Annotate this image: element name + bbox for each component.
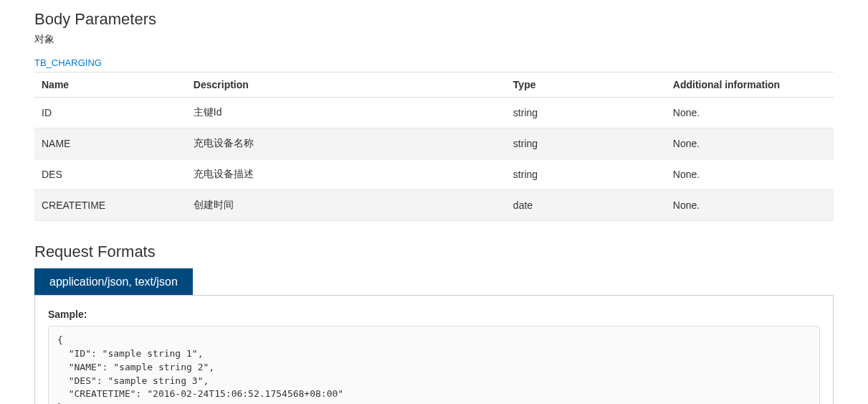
cell-type: string	[506, 128, 666, 159]
cell-description: 创建时间	[186, 190, 506, 221]
tab-panel: Sample: { "ID": "sample string 1", "NAME…	[34, 295, 834, 404]
sample-code: { "ID": "sample string 1", "NAME": "samp…	[48, 326, 820, 404]
table-row: NAME 充电设备名称 string None.	[34, 128, 834, 159]
cell-description: 主键Id	[186, 98, 506, 128]
cell-additional: None.	[666, 98, 834, 128]
cell-name: CREATETIME	[34, 190, 186, 221]
body-parameters-heading: Body Parameters	[34, 10, 834, 29]
col-name: Name	[34, 72, 186, 98]
cell-type: string	[506, 159, 666, 190]
cell-name: ID	[34, 98, 186, 128]
cell-description: 充电设备名称	[186, 128, 506, 159]
cell-type: date	[506, 190, 666, 221]
cell-additional: None.	[666, 159, 834, 190]
col-description: Description	[186, 72, 506, 98]
request-formats-heading: Request Formats	[34, 243, 834, 261]
col-type: Type	[506, 72, 666, 98]
table-row: ID 主键Id string None.	[34, 98, 834, 128]
cell-additional: None.	[666, 190, 834, 221]
sample-label: Sample:	[48, 309, 820, 320]
body-parameters-subtitle: 对象	[34, 33, 834, 46]
cell-type: string	[506, 98, 666, 128]
cell-additional: None.	[666, 128, 834, 159]
tab-application-json[interactable]: application/json, text/json	[34, 268, 193, 295]
table-row: CREATETIME 创建时间 date None.	[34, 190, 834, 221]
col-additional: Additional information	[666, 72, 834, 98]
cell-name: NAME	[34, 128, 186, 159]
model-link-tb-charging[interactable]: TB_CHARGING	[34, 57, 102, 68]
cell-description: 充电设备描述	[186, 159, 506, 190]
parameters-table: Name Description Type Additional informa…	[34, 72, 834, 221]
table-row: DES 充电设备描述 string None.	[34, 159, 834, 190]
cell-name: DES	[34, 159, 186, 190]
